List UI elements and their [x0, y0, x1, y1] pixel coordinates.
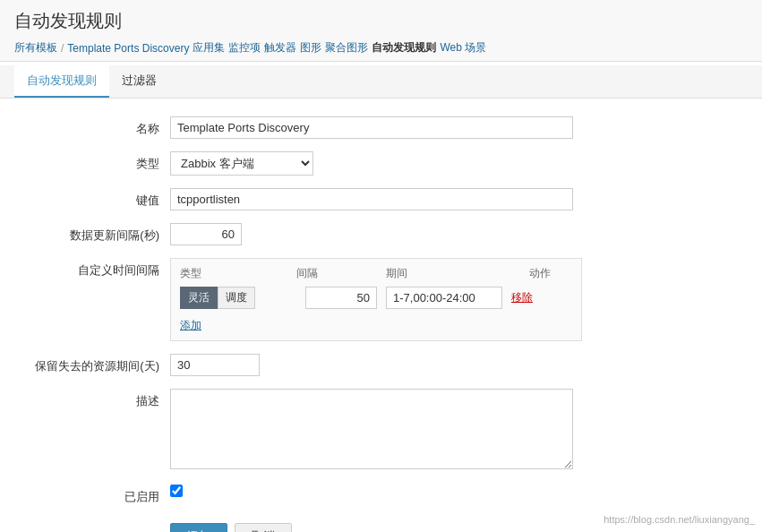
- tab-filter[interactable]: 过滤器: [109, 65, 169, 98]
- main-form: 名称 类型 Zabbix 客户端 SNMP JMX IPMI 键值: [0, 99, 762, 532]
- type-row: 类型 Zabbix 客户端 SNMP JMX IPMI: [27, 151, 735, 176]
- page-title: 自动发现规则: [14, 9, 748, 33]
- breadcrumb-all-templates[interactable]: 所有模板: [14, 40, 57, 56]
- tab-auto-discover[interactable]: 自动发现规则: [14, 65, 109, 98]
- keep-row: 保留失去的资源期间(天): [27, 354, 735, 376]
- interval-field-container: [170, 223, 735, 245]
- keep-label: 保留失去的资源期间(天): [27, 354, 170, 374]
- ci-interval-input[interactable]: [305, 287, 377, 309]
- desc-row: 描述: [27, 389, 735, 472]
- name-field-container: [170, 116, 735, 139]
- custom-interval-block: 类型 间隔 期间 动作 灵活 调度 移除 添加: [170, 258, 582, 341]
- ci-row-1: 灵活 调度 移除: [180, 287, 572, 309]
- ci-add-button[interactable]: 添加: [180, 318, 201, 333]
- breadcrumb-app-set[interactable]: 应用集: [193, 40, 225, 56]
- name-row: 名称: [27, 116, 735, 139]
- breadcrumb: 所有模板 / Template Ports Discovery 应用集 监控项 …: [14, 40, 748, 56]
- tabs-bar: 自动发现规则 过滤器: [0, 65, 762, 99]
- breadcrumb-aggregate-graph[interactable]: 聚合图形: [325, 40, 368, 56]
- type-label: 类型: [27, 151, 170, 172]
- custom-interval-label: 自定义时间间隔: [27, 258, 170, 279]
- btn-flexible[interactable]: 灵活: [180, 287, 218, 309]
- ci-type-buttons: 灵活 调度: [180, 287, 296, 309]
- ci-header-type: 类型: [180, 266, 296, 281]
- breadcrumb-auto-discover[interactable]: 自动发现规则: [372, 40, 436, 56]
- key-input[interactable]: [170, 188, 573, 210]
- desc-textarea[interactable]: [170, 389, 573, 469]
- watermark: https://blog.csdn.net/liuxiangyang_: [604, 514, 755, 525]
- desc-label: 描述: [27, 389, 170, 409]
- interval-row: 数据更新间隔(秒): [27, 223, 735, 245]
- breadcrumb-template-name[interactable]: Template Ports Discovery: [67, 42, 189, 55]
- enabled-row: 已启用: [27, 485, 735, 505]
- ci-header-interval: 间隔: [296, 266, 386, 281]
- keep-input[interactable]: [170, 354, 260, 376]
- keep-field-container: [170, 354, 735, 376]
- breadcrumb-trigger[interactable]: 触发器: [264, 40, 296, 56]
- enabled-field-container: [170, 485, 735, 497]
- key-label: 键值: [27, 188, 170, 209]
- interval-input[interactable]: [170, 223, 242, 245]
- breadcrumb-sep1: /: [61, 42, 64, 55]
- type-select[interactable]: Zabbix 客户端 SNMP JMX IPMI: [170, 151, 313, 176]
- ci-header-period: 期间: [386, 266, 529, 281]
- type-field-container: Zabbix 客户端 SNMP JMX IPMI: [170, 151, 735, 176]
- breadcrumb-web-scene[interactable]: Web 场景: [440, 40, 486, 56]
- breadcrumb-monitor-item[interactable]: 监控项: [228, 40, 261, 56]
- custom-interval-row: 自定义时间间隔 类型 间隔 期间 动作 灵活 调度: [27, 258, 735, 341]
- name-label: 名称: [27, 116, 170, 137]
- enabled-label: 已启用: [27, 485, 170, 505]
- ci-header-action: 动作: [529, 266, 572, 281]
- cancel-button[interactable]: 取消: [235, 523, 292, 532]
- desc-field-container: [170, 389, 735, 472]
- interval-label: 数据更新间隔(秒): [27, 223, 170, 244]
- key-field-container: [170, 188, 735, 210]
- ci-period-input[interactable]: [386, 287, 502, 309]
- breadcrumb-graph[interactable]: 图形: [300, 40, 321, 56]
- btn-schedule[interactable]: 调度: [218, 287, 255, 309]
- custom-interval-container: 类型 间隔 期间 动作 灵活 调度 移除 添加: [170, 258, 735, 341]
- name-input[interactable]: [170, 116, 573, 139]
- key-row: 键值: [27, 188, 735, 210]
- ci-header: 类型 间隔 期间 动作: [180, 266, 572, 281]
- ci-remove-button[interactable]: 移除: [511, 290, 533, 305]
- enabled-checkbox[interactable]: [170, 485, 183, 497]
- submit-button[interactable]: 添加: [170, 523, 227, 532]
